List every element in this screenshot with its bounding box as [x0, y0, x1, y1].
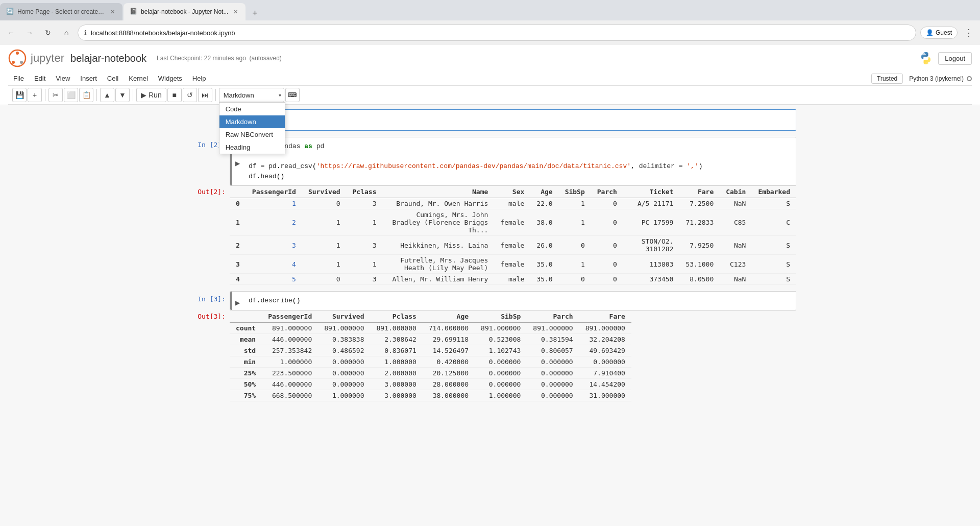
table-row: mean 446.0000000.3838382.30864229.699118…	[230, 334, 631, 345]
move-up-button[interactable]: ▲	[100, 88, 114, 102]
notebook-name[interactable]: belajar-notebook	[70, 53, 146, 64]
run-icon: ▶	[141, 91, 146, 99]
cell-content-3: ▶ df.describe()	[230, 291, 796, 310]
table-row: 50% 446.0000000.0000003.00000028.0000000…	[230, 379, 631, 390]
table-row: 75% 668.5000001.0000003.00000038.0000001…	[230, 390, 631, 401]
back-button[interactable]: ←	[4, 26, 18, 40]
tab-close-1[interactable]: ✕	[108, 8, 116, 16]
output-row-2: Out[2]: PassengerId Survived Pclass Name…	[184, 186, 796, 285]
menu-help[interactable]: Help	[187, 73, 211, 84]
menu-kernel[interactable]: Kernel	[124, 73, 153, 84]
toolbar-sep-4	[215, 89, 216, 101]
menu-insert[interactable]: Insert	[75, 73, 102, 84]
url-text: localhost:8888/notebooks/belajar-noteboo…	[91, 29, 235, 37]
kernel-info: Python 3 (ipykernel)	[909, 75, 972, 82]
cell-type-dropdown[interactable]: Markdown Code Raw NBConvert Heading ▾ Co…	[219, 88, 284, 102]
table-row: std 257.3538420.4865920.83607114.5264971…	[230, 345, 631, 356]
menu-edit[interactable]: Edit	[29, 73, 51, 84]
save-button[interactable]: 💾	[12, 88, 27, 102]
paste-button[interactable]: 📋	[79, 88, 93, 102]
cell-content-1	[230, 109, 796, 131]
profile-icon: 👤	[926, 29, 934, 36]
col-header-embarked: Embarked	[752, 186, 796, 198]
tab-close-2[interactable]: ✕	[231, 8, 239, 16]
cell-content-2: ▶ import pandas as pd df = pd.read_csv('…	[230, 137, 796, 186]
tab-title-1: Home Page - Select or create a...	[17, 8, 105, 15]
dropdown-item-raw[interactable]: Raw NBConvert	[219, 128, 285, 141]
kernel-status-dot	[967, 76, 972, 81]
jupyter-logo-icon	[8, 49, 27, 67]
output-prompt-3: Out[3]:	[184, 310, 230, 401]
toolbar: 💾 + ✂ ⬜ 📋 ▲ ▼ ▶ Run ■ ↺ ⏭ Markdown Code	[8, 86, 972, 105]
cell-run-icon-3[interactable]: ▶	[232, 292, 242, 310]
forward-button[interactable]: →	[22, 26, 37, 40]
menu-file[interactable]: File	[8, 73, 29, 84]
refresh-button[interactable]: ↻	[41, 26, 55, 40]
keyboard-shortcut-button[interactable]: ⌨	[285, 88, 300, 102]
table-row: 0 1 03 Braund, Mr. Owen Harris male22.01…	[230, 198, 796, 209]
col-header-sibsp: SibSp	[559, 186, 591, 198]
menu-widgets[interactable]: Widgets	[153, 73, 187, 84]
jupyter-word: jupyter	[31, 52, 64, 65]
dropdown-item-markdown[interactable]: Markdown	[219, 115, 285, 128]
svg-point-2	[12, 61, 15, 64]
svg-point-3	[20, 61, 23, 64]
new-tab-button[interactable]: +	[248, 6, 262, 20]
dropdown-item-code[interactable]: Code	[219, 103, 285, 115]
home-button[interactable]: ⌂	[59, 26, 74, 40]
output-prompt-2: Out[2]:	[184, 186, 230, 285]
checkpoint-text: Last Checkpoint: 22 minutes ago (autosav…	[157, 55, 282, 62]
code-cell-3[interactable]: ▶ df.describe()	[230, 291, 796, 310]
dataframe-table-describe: PassengerId Survived Pclass Age SibSp Pa…	[230, 310, 631, 401]
run-button[interactable]: ▶ Run	[136, 88, 166, 102]
restart-run-button[interactable]: ⏭	[198, 88, 212, 102]
tab-inactive[interactable]: 🔄 Home Page - Select or create a... ✕	[0, 3, 122, 20]
tab-title-2: belajar-notebook - Jupyter Not...	[141, 8, 228, 15]
table-row: 3 4 11 Futrelle, Mrs. Jacques Heath (Lil…	[230, 255, 796, 274]
tab-active[interactable]: 📓 belajar-notebook - Jupyter Not... ✕	[124, 3, 246, 20]
menu-view[interactable]: View	[51, 73, 75, 84]
cell-inner-1[interactable]	[244, 110, 796, 130]
output-content-3: PassengerId Survived Pclass Age SibSp Pa…	[230, 310, 796, 401]
table-row: 2 3 13 Heikkinen, Miss. Laina female26.0…	[230, 236, 796, 255]
jupyter-title-row: jupyter belajar-notebook Last Checkpoint…	[8, 45, 972, 71]
jupyter-header: jupyter belajar-notebook Last Checkpoint…	[0, 45, 980, 105]
cell-inner-3[interactable]: df.describe()	[244, 292, 796, 310]
table-row: 1 2 11 Cumings, Mrs. John Bradley (Flore…	[230, 209, 796, 236]
jupyter-logo: jupyter	[8, 49, 64, 67]
active-cell[interactable]	[230, 109, 796, 131]
code-cell-2[interactable]: ▶ import pandas as pd df = pd.read_csv('…	[230, 137, 796, 186]
kernel-label: Python 3 (ipykernel)	[909, 75, 964, 82]
cell-type-select[interactable]: Markdown Code Raw NBConvert Heading	[219, 88, 284, 102]
table-row: count 891.000000891.000000891.000000714.…	[230, 323, 631, 334]
table-row: 25% 223.5000000.0000002.00000020.1250000…	[230, 368, 631, 379]
col-header-pclass: Pclass	[347, 186, 383, 198]
dropdown-item-heading[interactable]: Heading	[219, 141, 285, 154]
cell-row-3: In [3]: ▶ df.describe()	[184, 291, 796, 310]
menu-cell[interactable]: Cell	[102, 73, 124, 84]
stop-button[interactable]: ■	[167, 88, 182, 102]
more-button[interactable]: ⋮	[962, 26, 976, 40]
copy-button[interactable]: ⬜	[64, 88, 78, 102]
cut-button[interactable]: ✂	[48, 88, 63, 102]
profile-button[interactable]: 👤 Guest	[920, 27, 958, 39]
restart-button[interactable]: ↺	[183, 88, 197, 102]
move-down-button[interactable]: ▼	[115, 88, 130, 102]
add-cell-button[interactable]: +	[28, 88, 42, 102]
col-header-cabin: Cabin	[720, 186, 752, 198]
col-header-survived: Survived	[302, 186, 347, 198]
lock-icon: ℹ	[84, 29, 87, 36]
col-header-fare: Fare	[679, 186, 720, 198]
browser-chrome: 🔄 Home Page - Select or create a... ✕ 📓 …	[0, 0, 980, 45]
cell-inner-2[interactable]: import pandas as pd df = pd.read_csv('ht…	[244, 137, 796, 185]
jupyter-container: jupyter belajar-notebook Last Checkpoint…	[0, 45, 980, 526]
notebook-area[interactable]: In [2]: ▶ import pandas as pd df = pd.re…	[0, 105, 980, 526]
url-bar[interactable]: ℹ localhost:8888/notebooks/belajar-noteb…	[78, 25, 916, 41]
code-area-1[interactable]	[249, 114, 792, 126]
logout-button[interactable]: Logout	[938, 52, 972, 65]
code-area-2: import pandas as pd df = pd.read_csv('ht…	[249, 141, 792, 181]
cell-prompt-in-3: In [3]:	[184, 291, 230, 310]
col-header-passid: PassengerId	[246, 186, 302, 198]
tab-bar: 🔄 Home Page - Select or create a... ✕ 📓 …	[0, 0, 980, 20]
col-header-parch: Parch	[591, 186, 623, 198]
